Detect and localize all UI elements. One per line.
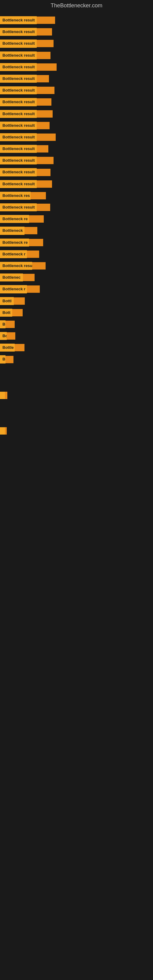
bar-row: Bottle (0, 342, 153, 353)
bar-row (0, 401, 153, 413)
bar-row (0, 378, 153, 390)
bar-row: Bottleneck r (0, 248, 153, 260)
bar-extension (37, 180, 52, 188)
bar-label: Bottleneck result (0, 110, 37, 118)
bar-extension (24, 227, 37, 234)
bar-label: Bottleneck res (0, 192, 30, 200)
bar-row: Bottleneck r (0, 283, 153, 295)
bar-label: Bottleneck r (0, 250, 27, 258)
bar-extension (37, 145, 48, 153)
bar-label: Bottleneck result (0, 156, 37, 164)
bar-extension (15, 344, 24, 351)
bar-row (0, 425, 153, 436)
bar-row: Bottleneck result (0, 26, 153, 38)
bar-row: Bottleneck result (0, 166, 153, 178)
bar-extension (29, 239, 43, 246)
bar-row: B (0, 353, 153, 365)
bar-extension (37, 204, 50, 211)
bar-extension (37, 134, 56, 141)
bar-extension (29, 215, 44, 223)
bar-extension (32, 262, 46, 269)
bar-label: Bott (0, 309, 12, 317)
bar-row: Bottleneck result (0, 143, 153, 155)
bar-row: Bottleneck result (0, 96, 153, 108)
bar-row: Bottleneck result (0, 49, 153, 61)
bar-label: Bottleneck result (0, 75, 37, 83)
bar-extension (12, 309, 22, 317)
bar-label: Bottle (0, 344, 15, 352)
bar-extension (37, 16, 55, 24)
bar-label: Bottleneck result (0, 133, 37, 141)
bar-label: Bottleneck result (0, 168, 37, 176)
bar-label: Bottleneck result (0, 122, 37, 130)
bar-extension (37, 64, 57, 71)
bar-label: Bottleneck result (0, 98, 37, 106)
bar-extension (37, 28, 52, 35)
bar-extension (5, 321, 15, 328)
bar-label: Bottl (0, 297, 14, 305)
bar-row: Bottleneck result (0, 14, 153, 26)
bar-row: Bottleneck result (0, 131, 153, 143)
site-title: TheBottlenecker.com (0, 0, 153, 11)
bars-container: Bottleneck resultBottleneck resultBottle… (0, 11, 153, 439)
bar-row: Bottleneck res (0, 190, 153, 202)
bar-row: B (0, 318, 153, 330)
bar-row: Bottleneck re (0, 213, 153, 225)
bar-row (0, 365, 153, 378)
bar-row: Bottleneck result (0, 61, 153, 73)
bar-label: Bo (0, 332, 7, 340)
bar-label: Bottleneck result (0, 28, 37, 36)
bar-label (0, 392, 5, 399)
bar-label: Bottleneck r (0, 285, 27, 293)
bar-label: Bottleneck result (0, 86, 37, 94)
bar-row: Bottleneck result (0, 178, 153, 190)
bar-label: Bottleneck result (0, 51, 37, 59)
bar-extension (37, 169, 51, 176)
bar-row: Bottleneck (0, 225, 153, 236)
bar-label: Bottleneck re (0, 239, 29, 247)
bar-row: Bottleneck re (0, 237, 153, 248)
bar-row (0, 413, 153, 425)
bar-row: Bottleneck resu (0, 260, 153, 272)
bar-extension (14, 298, 25, 305)
bar-label: Bottleneck result (0, 63, 37, 71)
bar-label: Bottleneck result (0, 180, 37, 188)
bar-extension (37, 52, 51, 59)
bar-row (0, 390, 153, 401)
bar-extension (37, 98, 51, 106)
bar-label (0, 427, 5, 434)
bar-extension (30, 192, 46, 199)
bar-extension (5, 427, 7, 434)
bar-extension (37, 110, 53, 118)
bar-label: Bottleneck result (0, 40, 37, 48)
bar-label: Bottleneck resu (0, 262, 32, 270)
bar-row: Bottleneck result (0, 202, 153, 213)
bar-row: Bottleneck result (0, 108, 153, 120)
bar-extension (27, 250, 39, 258)
bar-extension (37, 87, 54, 94)
bar-extension (37, 75, 49, 83)
bar-row: Bottleneck result (0, 73, 153, 84)
bar-row: Bott (0, 307, 153, 318)
bar-row: Bottleneck result (0, 38, 153, 49)
bar-label: Bottlenec (0, 274, 23, 282)
bar-extension (27, 285, 40, 293)
bar-extension (37, 40, 54, 47)
bar-label: Bottleneck (0, 227, 24, 235)
bar-label: B (0, 355, 5, 363)
bar-row: Bottl (0, 295, 153, 307)
bar-row: Bottlenec (0, 272, 153, 283)
bar-label: Bottleneck re (0, 215, 29, 223)
bar-row: Bottleneck result (0, 155, 153, 166)
bar-label: Bottleneck result (0, 145, 37, 153)
bar-extension (37, 157, 54, 164)
bar-label: Bottleneck result (0, 204, 37, 211)
bar-extension (23, 274, 35, 281)
bar-label: Bottleneck result (0, 16, 37, 24)
bar-extension (37, 122, 49, 129)
bar-extension (5, 392, 7, 399)
bar-extension (5, 356, 13, 363)
bar-row: Bottleneck result (0, 120, 153, 131)
bar-row: Bo (0, 330, 153, 342)
bar-label: B (0, 320, 5, 328)
